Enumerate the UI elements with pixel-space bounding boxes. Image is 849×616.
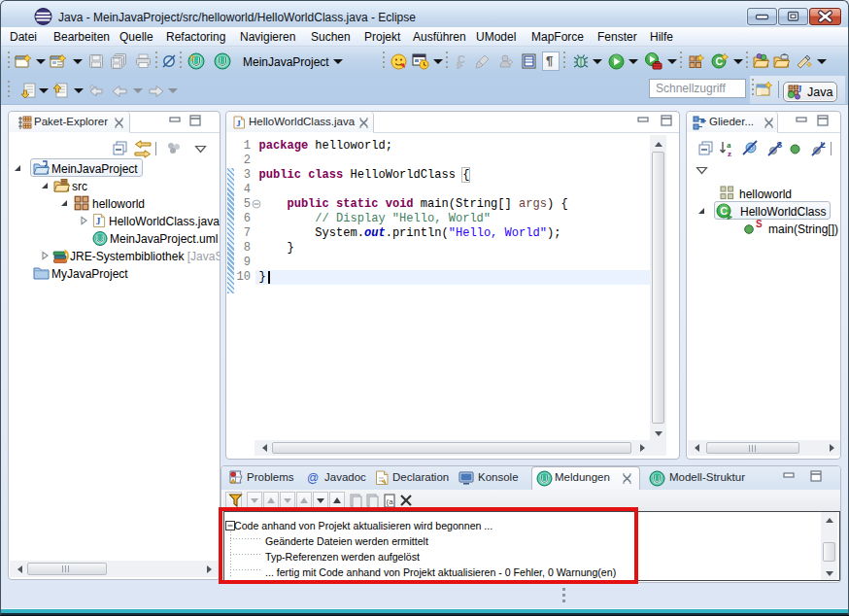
svg-text:(a: (a xyxy=(387,497,394,506)
svg-text:J: J xyxy=(236,119,241,128)
svg-text:z: z xyxy=(728,149,731,157)
svg-text:C: C xyxy=(720,205,728,217)
svg-text:?: ? xyxy=(189,53,195,63)
svg-text:J: J xyxy=(798,84,802,94)
svg-text:J: J xyxy=(96,217,101,226)
